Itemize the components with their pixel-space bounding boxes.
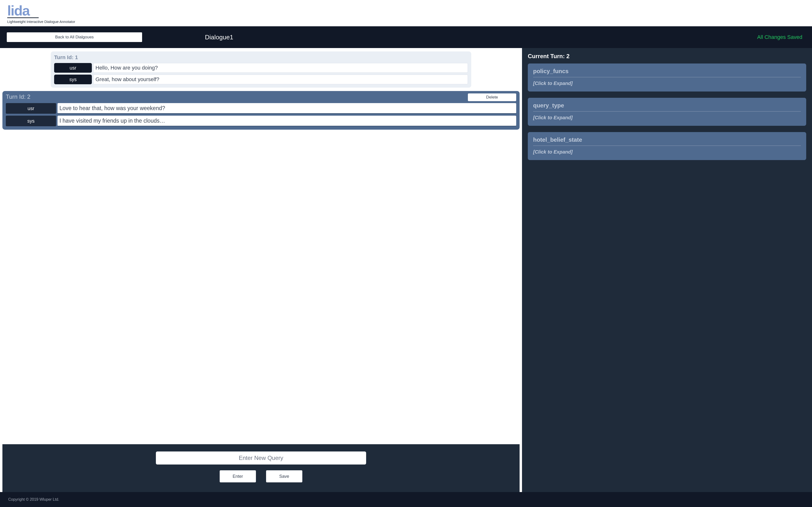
enter-button[interactable]: Enter — [220, 470, 256, 483]
bottom-bar: Enter Save — [2, 444, 520, 492]
speaker-badge-usr: usr — [6, 103, 56, 114]
turn-card[interactable]: Turn Id: 1 usr Hello, How are you doing?… — [51, 51, 471, 88]
turn-id-label: Turn Id: 1 — [54, 54, 468, 61]
speaker-badge-usr: usr — [54, 63, 92, 73]
dialogue-title: Dialogue1 — [205, 34, 233, 41]
expand-toggle[interactable]: [Click to Expand] — [533, 115, 801, 120]
utterance-text[interactable]: Hello, How are you doing? — [93, 63, 468, 73]
utterance-row: sys Great, how about yourself? — [54, 74, 468, 84]
utterance-text[interactable]: I have visited my friends up in the clou… — [57, 116, 516, 126]
utterance-row: usr Hello, How are you doing? — [54, 63, 468, 73]
annotation-sidebar: Current Turn: 2 policy_funcs [Click to E… — [522, 48, 812, 492]
copyright-text: Copyright © 2019 Wluper Ltd. — [8, 497, 59, 501]
annotation-section-query-type[interactable]: query_type [Click to Expand] — [528, 98, 806, 126]
speaker-badge-sys: sys — [54, 74, 92, 84]
nav-bar: Back to All Dialgoues Dialogue1 All Chan… — [0, 26, 812, 48]
current-turn-title: Current Turn: 2 — [528, 53, 806, 60]
delete-turn-button[interactable]: Delete — [468, 94, 516, 101]
utterance-row: usr Love to hear that, how was your week… — [6, 103, 516, 114]
annotation-label: hotel_belief_state — [533, 136, 801, 143]
utterance-text[interactable]: Great, how about yourself? — [93, 74, 468, 84]
main-area: Turn Id: 1 usr Hello, How are you doing?… — [0, 48, 812, 492]
turns-column: Turn Id: 1 usr Hello, How are you doing?… — [0, 48, 522, 492]
button-row: Enter Save — [220, 470, 302, 483]
expand-toggle[interactable]: [Click to Expand] — [533, 80, 801, 86]
speaker-badge-sys: sys — [6, 116, 56, 126]
divider — [533, 111, 801, 112]
annotation-section-policy-funcs[interactable]: policy_funcs [Click to Expand] — [528, 63, 806, 92]
utterance-row: sys I have visited my friends up in the … — [6, 116, 516, 126]
turn-card-active[interactable]: Turn Id: 2 Delete usr Love to hear that,… — [2, 91, 520, 130]
save-status: All Changes Saved — [757, 34, 802, 40]
annotation-label: policy_funcs — [533, 68, 801, 74]
footer: Copyright © 2019 Wluper Ltd. — [0, 492, 812, 507]
new-query-input[interactable] — [156, 451, 366, 464]
expand-toggle[interactable]: [Click to Expand] — [533, 149, 801, 155]
annotation-label: query_type — [533, 102, 801, 109]
turn-id-label: Turn Id: 2 — [6, 94, 516, 100]
save-button[interactable]: Save — [266, 470, 302, 483]
back-button[interactable]: Back to All Dialgoues — [7, 32, 142, 42]
app-logo: lida — [7, 4, 805, 17]
divider — [533, 146, 801, 146]
app-subtitle: Lightweight Interactive Dialogue Annotat… — [7, 19, 805, 24]
app-header: lida Lightweight Interactive Dialogue An… — [0, 0, 812, 26]
annotation-section-hotel-belief-state[interactable]: hotel_belief_state [Click to Expand] — [528, 132, 806, 160]
utterance-text[interactable]: Love to hear that, how was your weekend? — [57, 103, 516, 114]
